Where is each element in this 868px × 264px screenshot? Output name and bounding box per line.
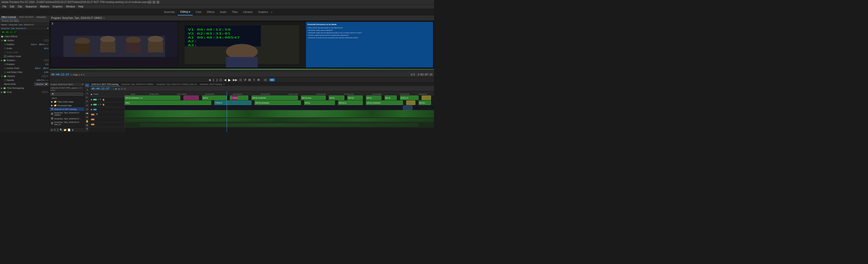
clip-v2-3[interactable]: [MC2] Livestream xyxy=(254,100,301,105)
menu-help[interactable]: Help xyxy=(77,4,85,9)
clip-v1-8[interactable]: [MC2] L xyxy=(347,96,363,100)
v2-sync[interactable]: S xyxy=(98,103,99,106)
icon-new-bin[interactable]: 📁 xyxy=(64,129,66,131)
loop-btn[interactable]: ↺ xyxy=(244,78,246,81)
v1-sync[interactable]: S xyxy=(98,99,99,101)
tab-audio[interactable]: Audio xyxy=(217,9,229,15)
icon-delete[interactable]: 🗑 xyxy=(71,129,74,131)
clip-v2-8[interactable]: [MC2] L xyxy=(418,100,431,105)
tl-play-btn[interactable]: ▶ xyxy=(116,88,117,90)
clip-v2-5[interactable]: [MC2] Liv xyxy=(338,100,363,105)
anchor-val2[interactable]: 360.0 xyxy=(41,67,49,69)
clip-chevron[interactable]: ▾ xyxy=(47,27,49,30)
icon-zoom[interactable]: 🔍 xyxy=(60,129,63,131)
clip-v1-12[interactable] xyxy=(422,96,431,100)
tool-select[interactable]: ↖ xyxy=(85,84,89,87)
scale-val[interactable]: 60.0 xyxy=(41,47,49,50)
crop-row[interactable]: ▶ fx Crop ✎ xyxy=(0,90,50,94)
clip-v1-2[interactable] xyxy=(184,96,199,100)
project-menu[interactable]: ≡ xyxy=(82,83,83,86)
antiflicker-stopwatch[interactable]: ⏱ xyxy=(4,71,6,73)
video-cell-1[interactable]: 3 xyxy=(51,22,178,67)
v2-eye[interactable]: 👁 xyxy=(99,103,101,106)
video-cell-3[interactable]: Potential Decisions to be Made • When wi… xyxy=(306,22,433,67)
seq-tab-2[interactable]: SonyCam, 7pm, 2018-03-27-190812 xyxy=(120,82,155,86)
opacity-nav[interactable]: ▷ xyxy=(47,79,49,81)
tab-effect-controls[interactable]: Effect Controls xyxy=(0,15,18,19)
monitor-menu-icon[interactable]: ≡ xyxy=(103,16,105,19)
opacity-val[interactable]: 100.0 xyxy=(34,79,42,81)
tab-libraries[interactable]: Libraries xyxy=(241,9,255,15)
position-stopwatch[interactable]: ⏱ xyxy=(4,43,6,46)
time-remap-row[interactable]: ▶ fx Time Remapping xyxy=(0,86,50,90)
tl-header-expand[interactable]: ▶ xyxy=(91,93,93,96)
tool-roll[interactable]: ⊢ xyxy=(85,96,89,99)
settings-btn[interactable]: ⚙ xyxy=(257,78,260,81)
a1-mic[interactable]: 🎤 xyxy=(95,113,98,116)
rotation-row[interactable]: ▶ fx Rotation xyxy=(0,58,50,62)
page-next[interactable]: ▷ xyxy=(83,73,85,76)
export-icon[interactable]: ⊡ xyxy=(264,78,268,81)
seq-more-btn[interactable]: » xyxy=(223,82,225,86)
close-button[interactable]: × xyxy=(156,1,159,4)
clip-v1-9[interactable]: [MC2] xyxy=(366,96,381,100)
project-item-3[interactable]: 🎬 2018-03-27 BOT meeting xyxy=(50,107,84,111)
in-point-btn[interactable]: ⌊ xyxy=(213,78,214,81)
opacity-keyframe[interactable]: ◇ xyxy=(45,79,46,81)
clip-v2-6[interactable]: [MC2] Livestream xyxy=(366,100,403,105)
opacity-stopwatch[interactable]: ⏱ xyxy=(4,79,6,81)
clip-v1-1[interactable]: [MC2] Livestream, 7v... xyxy=(125,96,180,100)
tab-metadata[interactable]: Metadata xyxy=(35,15,48,19)
tool-hand[interactable]: ✋ xyxy=(85,120,89,123)
position-val2[interactable]: 360.0 xyxy=(37,43,44,46)
tl-mark-btn[interactable]: ◈ xyxy=(118,88,120,90)
seq-tab-3[interactable]: SonyCam, 7pm, 2018-03-27-190812_Sub_01 xyxy=(155,82,198,86)
v2-expand[interactable]: ▶ xyxy=(91,103,92,106)
v1-expand[interactable]: ▶ xyxy=(91,99,92,101)
clip-v2-1[interactable]: [MC2 xyxy=(125,100,211,105)
clip-v1-7[interactable]: [MC2] xyxy=(329,96,344,100)
tl-in-btn[interactable]: ⌊ xyxy=(114,88,115,90)
minimize-button[interactable]: − xyxy=(149,1,151,4)
to-in-btn[interactable]: ⟨⟨ xyxy=(219,78,222,81)
page-nav[interactable]: ▾ xyxy=(81,73,82,76)
position-val1[interactable]: 410.0 xyxy=(29,43,36,46)
project-item-2[interactable]: ▶ 📁 Processed Clips xyxy=(50,104,84,107)
tool-rate[interactable]: R xyxy=(85,99,89,103)
icon-grid-view[interactable]: ⊞ xyxy=(51,129,53,131)
blend-mode-select[interactable]: Dissolve xyxy=(34,82,49,86)
icon-slider[interactable]: ▒ xyxy=(57,129,59,131)
rotation-stopwatch[interactable]: ⏱ xyxy=(4,63,6,66)
tab-effects[interactable]: Effects xyxy=(205,9,217,15)
v1-lock[interactable]: 🔒 xyxy=(102,99,105,101)
tab-graphics[interactable]: Graphics xyxy=(256,9,271,15)
clip-v1-5[interactable]: [MC2] Livestream xyxy=(251,96,298,100)
clip-v1-11[interactable]: [MC2] LA xyxy=(400,96,418,100)
icon-list-view[interactable]: ☰ xyxy=(54,129,56,131)
tool-track-select[interactable]: ↘ xyxy=(85,88,89,91)
opacity-row[interactable]: ▼ fx Opacity ✎ xyxy=(0,74,50,78)
anchor-stopwatch[interactable]: ⏱ xyxy=(4,67,6,69)
tab-editing[interactable]: Editing xyxy=(178,9,193,15)
menu-markers[interactable]: Markers xyxy=(39,4,51,9)
menu-window[interactable]: Window xyxy=(65,4,76,9)
rotation-val[interactable]: 0.0 xyxy=(41,63,49,66)
window-controls[interactable]: − □ × xyxy=(149,1,159,4)
tool-razor[interactable]: ✂ xyxy=(85,103,89,107)
tab-titles[interactable]: Titles xyxy=(229,9,240,15)
safe-margins-btn[interactable]: ⊞ xyxy=(248,78,251,81)
step-back-btn[interactable]: ◀ xyxy=(224,78,226,81)
icon-new-item[interactable]: 📄 xyxy=(67,129,70,131)
project-item-1[interactable]: ▶ 📁 720p COSS slides xyxy=(50,100,84,104)
opacity-pen[interactable]: ✎ xyxy=(47,75,49,77)
clip-v1-10[interactable]: [MC2] xyxy=(384,96,397,100)
tab-audio-clip-mixer[interactable]: Audio Clip Mixer xyxy=(18,15,35,19)
clip-v2-7[interactable] xyxy=(406,100,415,105)
maximize-button[interactable]: □ xyxy=(152,1,155,4)
menu-graphics[interactable]: Graphics xyxy=(51,4,64,9)
menu-edit[interactable]: Edit xyxy=(8,4,16,9)
play-button[interactable]: ▶ xyxy=(228,78,231,82)
seq-tab-1[interactable]: 2018-03-27 BOT 7PM meeting xyxy=(90,82,120,86)
tool-slip[interactable]: ◁▷ xyxy=(85,107,89,111)
tab-color[interactable]: Color xyxy=(193,9,204,15)
